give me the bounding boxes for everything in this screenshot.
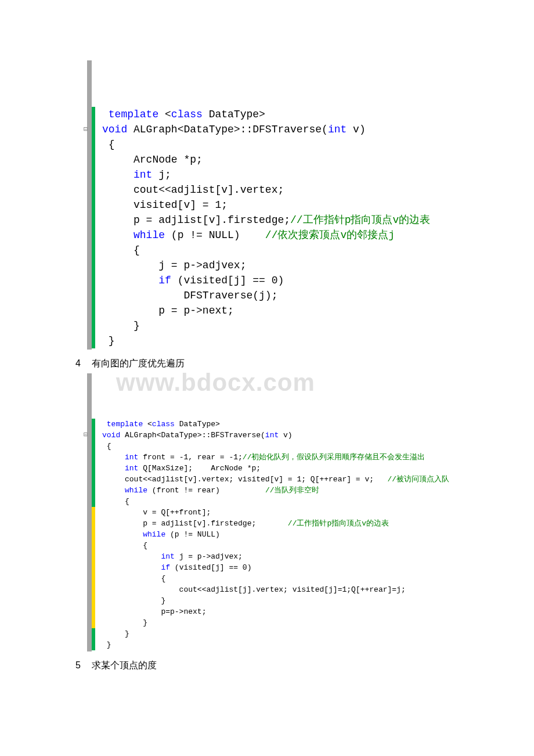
comment-token: //当队列非空时 <box>265 486 320 495</box>
code-token <box>102 169 134 181</box>
code-token <box>102 420 107 429</box>
code-token <box>102 563 161 572</box>
code-block-dfs: template <class DataType>⊟void ALGraph<D… <box>87 60 482 350</box>
keyword-token: int <box>125 464 138 473</box>
keyword-token: if <box>158 275 171 286</box>
code-line: } <box>92 333 482 348</box>
code-token: ArcNode *p; <box>102 154 203 165</box>
code-token: j; <box>152 169 171 181</box>
code-token: j = p->adjvex; <box>175 552 243 561</box>
saved-line-marker <box>92 452 95 463</box>
saved-line-marker <box>92 273 95 288</box>
heading-4-text: 有向图的广度优先遍历 <box>92 358 185 368</box>
code-token: { <box>102 574 165 583</box>
code-token: p=p->next; <box>102 607 206 616</box>
comment-token: //工作指针p指向顶点v的边表 <box>288 519 389 528</box>
saved-line-marker <box>92 441 95 452</box>
modified-line-marker <box>92 562 95 573</box>
keyword-token: class <box>171 109 203 120</box>
code-line: j = p->adjvex; <box>92 258 482 273</box>
keyword-token: int <box>265 431 279 440</box>
saved-line-marker <box>92 430 95 441</box>
code-line: p=p->next; <box>92 606 482 617</box>
saved-line-marker <box>92 318 95 333</box>
comment-token: //依次搜索顶点v的邻接点j <box>265 229 395 241</box>
modified-line-marker <box>92 529 95 540</box>
keyword-token: template <box>109 109 158 120</box>
keyword-token: void <box>102 124 127 135</box>
fold-icon: ⊟ <box>84 430 88 441</box>
code-line: template <class DataType> <box>92 419 482 430</box>
heading-5: 5求某个顶点的度 <box>75 660 482 672</box>
code-token: < <box>158 109 171 120</box>
code-token: cout<<adjlist[v].vertex; visited[v] = 1;… <box>102 475 387 484</box>
code-line: while (p != NULL) //依次搜索顶点v的邻接点j <box>92 228 482 243</box>
heading-4-number: 4 <box>75 358 92 369</box>
keyword-token: template <box>107 420 143 429</box>
code-line: } <box>92 595 482 606</box>
watermark-text: www.bdocx.com <box>116 377 315 388</box>
heading-4: 4有向图的广度优先遍历 <box>75 358 482 370</box>
keyword-token: if <box>161 563 170 572</box>
code-token: cout<<adjlist[v].vertex; <box>102 184 284 196</box>
keyword-token: int <box>125 453 138 462</box>
code-token: p = adjlist[v].firstedge; <box>102 519 288 528</box>
saved-line-marker <box>92 474 95 485</box>
code-token: } <box>102 618 147 627</box>
keyword-token: void <box>102 431 120 440</box>
code-token: { <box>102 541 147 550</box>
code-line: cout<<adjlist[v].vertex; <box>92 182 482 197</box>
code-line: } <box>92 617 482 628</box>
code-token: { <box>102 139 115 150</box>
code-token: } <box>102 596 165 605</box>
heading-5-text: 求某个顶点的度 <box>92 660 157 670</box>
code-token: Q[MaxSize]; ArcNode *p; <box>138 464 261 473</box>
code-token: { <box>102 497 129 506</box>
saved-line-marker <box>92 333 95 348</box>
code-line: } <box>92 318 482 333</box>
code-line: int front = -1, rear = -1;//初始化队列，假设队列采用… <box>92 452 482 463</box>
code-line: ⊟void ALGraph<DataType>::BFSTraverse(int… <box>92 430 482 441</box>
saved-line-marker <box>92 303 95 318</box>
modified-line-marker <box>92 617 95 628</box>
saved-line-marker <box>92 152 95 167</box>
code-token: (front != rear) <box>147 486 265 495</box>
code-line: int j; <box>92 167 482 182</box>
code-token <box>102 486 125 495</box>
modified-line-marker <box>92 573 95 584</box>
code-line: while (p != NULL) <box>92 529 482 540</box>
code-line: while (front != rear) //当队列非空时 <box>92 485 482 496</box>
code-token: cout<<adjlist[j].vertex; visited[j]=1;Q[… <box>102 585 406 594</box>
code-line: { <box>92 243 482 258</box>
code-line: ArcNode *p; <box>92 152 482 167</box>
code-line: { <box>92 573 482 584</box>
code-token: DataType> <box>203 109 265 120</box>
saved-line-marker <box>92 288 95 303</box>
code-token: p = adjlist[v].firstedge; <box>102 214 290 226</box>
code-token: visited[v] = 1; <box>102 199 228 211</box>
code-token: (p != NULL) <box>165 229 265 241</box>
code-line: { <box>92 441 482 452</box>
code-line: { <box>92 496 482 507</box>
code-line: template <class DataType> <box>92 107 482 122</box>
saved-line-marker <box>92 639 95 650</box>
code-token <box>102 275 158 286</box>
code-line: p = adjlist[v].firstedge; //工作指针p指向顶点v的边… <box>92 518 482 529</box>
code-token: (visited[j] == 0) <box>170 563 251 572</box>
saved-line-marker <box>92 419 95 430</box>
code-token: < <box>143 420 152 429</box>
fold-icon: ⊟ <box>84 122 88 137</box>
code-token: } <box>102 335 115 347</box>
code-line: cout<<adjlist[v].vertex; visited[v] = 1;… <box>92 474 482 485</box>
code-line: DFSTraverse(j); <box>92 288 482 303</box>
code-token <box>102 229 134 241</box>
code-block-bfs: www.bdocx.com template <class DataType>⊟… <box>87 373 482 651</box>
saved-line-marker <box>92 197 95 213</box>
code-line: { <box>92 540 482 551</box>
code-token: v) <box>347 124 365 135</box>
saved-line-marker <box>92 463 95 474</box>
modified-line-marker <box>92 507 95 518</box>
saved-line-marker <box>92 628 95 639</box>
code-token <box>102 530 143 539</box>
code-token: } <box>102 640 111 649</box>
